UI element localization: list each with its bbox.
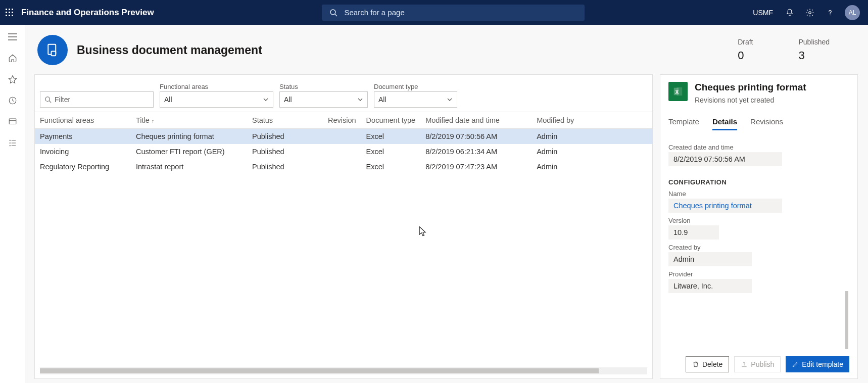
gear-icon[interactable] (804, 7, 815, 18)
created-label: Created date and time (668, 143, 845, 151)
tab-template[interactable]: Template (668, 117, 699, 130)
svg-rect-2 (12, 9, 13, 10)
provider-label: Provider (668, 270, 845, 278)
created-value: 8/2/2019 07:50:56 AM (668, 152, 782, 166)
body: Functional areas All Status All Document… (34, 74, 858, 379)
svg-point-20 (45, 97, 50, 102)
filter-functional-areas: Functional areas All (160, 83, 273, 108)
chevron-down-icon (357, 97, 363, 103)
global-search[interactable] (322, 5, 585, 21)
help-icon[interactable] (825, 7, 836, 18)
detail-body: Created date and time 8/2/2019 07:50:56 … (668, 139, 849, 349)
col-modified-by[interactable]: Modified by (532, 112, 652, 129)
vertical-scrollbar[interactable] (845, 291, 848, 349)
svg-rect-19 (52, 52, 56, 56)
scrollbar-thumb[interactable] (40, 368, 599, 373)
col-revision[interactable]: Revision (323, 112, 361, 129)
edit-template-button[interactable]: Edit template (786, 356, 849, 372)
createdby-value: Admin (668, 252, 752, 266)
svg-rect-0 (6, 9, 7, 10)
col-status[interactable]: Status (247, 112, 323, 129)
page-stats: Draft 0 Published 3 (738, 38, 855, 62)
stat-draft-label: Draft (738, 38, 753, 46)
filter-status: Status All (279, 83, 368, 108)
edit-icon (792, 361, 799, 368)
stat-draft: Draft 0 (738, 38, 753, 62)
select-functional-areas[interactable]: All (160, 91, 273, 108)
sort-asc-icon: ↑ (150, 118, 155, 124)
stat-published-label: Published (799, 38, 830, 46)
svg-point-16 (9, 142, 10, 143)
col-doc-type[interactable]: Document type (361, 112, 421, 129)
svg-text:X: X (676, 89, 679, 95)
horizontal-scrollbar[interactable] (40, 367, 647, 374)
select-document-type[interactable]: All (374, 91, 457, 108)
svg-point-17 (9, 145, 10, 146)
app-title: Finance and Operations Preview (15, 8, 154, 18)
chevron-down-icon (263, 97, 269, 103)
company-code[interactable]: USMF (753, 9, 775, 17)
filter-text[interactable] (55, 95, 149, 104)
detail-actions: Delete Publish Edit template (668, 349, 849, 372)
col-modified-date[interactable]: Modified date and time (420, 112, 532, 129)
table-row[interactable]: Regulatory ReportingIntrastat reportPubl… (35, 159, 652, 174)
detail-tabs: Template Details Revisions (668, 117, 849, 130)
provider-value: Litware, Inc. (668, 279, 752, 293)
svg-rect-14 (9, 119, 16, 124)
star-icon[interactable] (8, 74, 18, 84)
search-icon (328, 7, 339, 18)
tab-revisions[interactable]: Revisions (750, 117, 783, 130)
trash-icon (692, 361, 699, 368)
version-label: Version (668, 217, 845, 224)
detail-header: X Cheques printing format Revisions not … (668, 82, 849, 108)
bell-icon[interactable] (784, 7, 795, 18)
svg-line-21 (50, 101, 52, 103)
modules-icon[interactable] (8, 138, 18, 148)
select-status[interactable]: All (279, 91, 368, 108)
header-right: USMF AL (753, 5, 864, 20)
grid-card: Functional areas All Status All Document… (34, 74, 653, 379)
svg-rect-3 (6, 12, 7, 13)
svg-rect-1 (9, 9, 10, 10)
svg-point-15 (9, 140, 10, 141)
home-icon[interactable] (8, 53, 18, 63)
page-icon (37, 35, 68, 65)
excel-icon: X (668, 82, 688, 101)
stat-published-value: 3 (799, 49, 830, 62)
page-header: Business document management Draft 0 Pub… (34, 32, 858, 74)
svg-point-9 (330, 10, 335, 15)
tab-details[interactable]: Details (712, 117, 737, 130)
global-search-input[interactable] (344, 8, 578, 17)
col-title[interactable]: Title↑ (131, 112, 247, 129)
svg-rect-6 (6, 15, 7, 16)
version-value: 10.9 (668, 225, 719, 240)
svg-rect-5 (12, 12, 13, 13)
svg-point-11 (809, 11, 811, 14)
svg-point-12 (830, 14, 831, 15)
detail-subtitle: Revisions not yet created (695, 96, 806, 104)
publish-icon (741, 361, 748, 368)
stat-published: Published 3 (799, 38, 830, 62)
name-value[interactable]: Cheques printing format (668, 199, 782, 213)
chevron-down-icon (447, 97, 453, 103)
config-header: CONFIGURATION (668, 178, 845, 186)
svg-rect-8 (12, 15, 13, 16)
workspace-icon[interactable] (8, 117, 18, 127)
hamburger-icon[interactable] (8, 32, 18, 42)
avatar[interactable]: AL (845, 5, 860, 20)
clock-icon[interactable] (8, 95, 18, 106)
delete-button[interactable]: Delete (686, 356, 729, 372)
filter-bar: Functional areas All Status All Document… (35, 75, 652, 108)
stat-draft-value: 0 (738, 49, 753, 62)
col-functional-areas[interactable]: Functional areas (35, 112, 131, 129)
table-row[interactable]: InvoicingCustomer FTI report (GER)Publis… (35, 144, 652, 159)
detail-title: Cheques printing format (695, 82, 806, 93)
table-row[interactable]: PaymentsCheques printing formatPublished… (35, 129, 652, 145)
documents-table: Functional areas Title↑ Status Revision … (35, 112, 652, 174)
left-nav (0, 25, 25, 383)
createdby-label: Created by (668, 244, 845, 251)
search-wrap (154, 5, 753, 21)
app-launcher-icon[interactable] (4, 7, 15, 18)
svg-rect-4 (9, 12, 10, 13)
filter-input[interactable] (40, 91, 154, 108)
